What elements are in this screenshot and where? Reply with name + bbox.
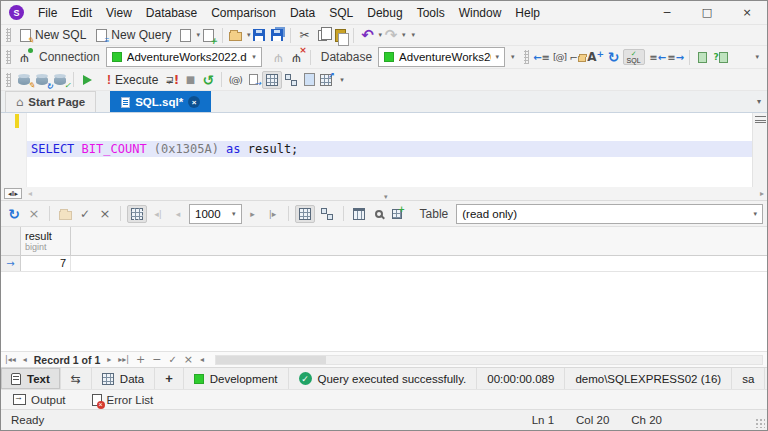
code-area[interactable]: SELECT BIT_COUNT (0x1305A) as result; — [27, 113, 752, 187]
maximize-button[interactable]: □ — [687, 1, 727, 24]
append-record-icon[interactable]: + — [136, 353, 145, 366]
menu-item-tools[interactable]: Tools — [411, 3, 451, 23]
reconnect-icon[interactable] — [33, 71, 51, 89]
code-completion-icon[interactable]: A+ — [587, 48, 605, 66]
tab-close-icon[interactable]: × — [188, 96, 200, 108]
menu-item-debug[interactable]: Debug — [361, 3, 408, 23]
result-to-image-icon[interactable] — [300, 71, 318, 89]
post-edit-icon[interactable]: ✓ — [168, 354, 176, 365]
connection-select[interactable]: AdventureWorks2022.demo ▾ — [106, 47, 262, 67]
reject-changes-icon[interactable]: × — [96, 205, 114, 223]
close-connection-icon[interactable]: Ψ — [288, 48, 306, 66]
swap-views-button[interactable]: ⇆ — [61, 368, 92, 389]
edit-parameters-icon[interactable]: (@) — [226, 71, 244, 89]
column-visibility-icon[interactable] — [350, 205, 368, 223]
split-results-icon[interactable] — [282, 71, 300, 89]
edit-toolbar-overflow-icon[interactable]: ▾ — [755, 53, 759, 61]
grid-data-row[interactable]: → 7 — [1, 256, 767, 272]
card-view-toggle[interactable] — [317, 205, 337, 223]
comment-icon[interactable] — [694, 48, 712, 66]
table-mode-dropdown-icon[interactable]: ▾ — [753, 210, 757, 218]
page-size-dropdown-icon[interactable]: ▾ — [232, 210, 236, 218]
refresh-icon[interactable]: ↻ — [605, 48, 623, 66]
menu-item-file[interactable]: File — [32, 3, 63, 23]
disconnect-icon[interactable]: Ψ — [270, 48, 288, 66]
redo-dropdown-icon[interactable]: ▾ — [402, 31, 406, 39]
grid-scroll-left-icon[interactable]: ◂ — [200, 355, 204, 364]
menu-item-data[interactable]: Data — [284, 3, 321, 23]
menu-item-comparison[interactable]: Comparison — [205, 3, 282, 23]
bookmark-icon[interactable]: ⌐ — [569, 48, 587, 66]
editor-splitter-handle[interactable] — [755, 116, 766, 123]
apply-changes-icon[interactable] — [56, 205, 74, 223]
connection-select-dropdown-icon[interactable]: ▾ — [252, 53, 256, 61]
menu-item-sql[interactable]: SQL — [323, 3, 359, 23]
save-icon[interactable] — [250, 26, 268, 44]
new-connection-plug-icon[interactable]: Ψ — [15, 48, 33, 66]
next-record-icon[interactable]: ▸ — [107, 355, 111, 364]
open-file-icon[interactable] — [227, 26, 245, 44]
redo-icon[interactable]: ↷ — [382, 26, 400, 44]
execute-toolbar-overflow-icon[interactable]: ▾ — [340, 76, 344, 84]
menu-item-database[interactable]: Database — [140, 3, 203, 23]
menu-item-help[interactable]: Help — [509, 3, 546, 23]
editor-horizontal-scrollbar[interactable]: ◂‖▸ ◂ ▾ ▸ — [1, 187, 767, 201]
cut-icon[interactable]: ✂ — [295, 26, 313, 44]
scroll-right-icon[interactable]: ▸ — [760, 189, 764, 198]
run-icon[interactable] — [78, 71, 96, 89]
menu-item-view[interactable]: View — [100, 3, 138, 23]
last-page-icon[interactable]: |▸ — [264, 205, 282, 223]
code-line-1[interactable]: SELECT BIT_COUNT (0x1305A) as result; — [27, 141, 752, 157]
grid-view-toggle[interactable] — [295, 205, 315, 223]
previous-record-icon[interactable]: ◂ — [23, 355, 27, 364]
grid-cell-result[interactable]: 7 — [21, 256, 71, 271]
cancel-refresh-icon[interactable]: × — [25, 205, 43, 223]
paste-icon[interactable] — [331, 26, 349, 44]
minimize-button[interactable]: ─ — [647, 1, 687, 24]
database-select-dropdown-icon[interactable]: ▾ — [496, 53, 500, 61]
tab-list-dropdown-icon[interactable]: ▾ — [757, 97, 761, 106]
uncomment-icon[interactable]: ? — [712, 48, 730, 66]
add-view-button[interactable]: + — [155, 368, 184, 389]
toolbar-grip[interactable] — [524, 50, 529, 64]
tab-sql-document[interactable]: SQL.sql* × — [110, 91, 211, 112]
refresh-results-icon[interactable]: ↻ — [5, 205, 23, 223]
paging-mode-toggle[interactable] — [127, 205, 147, 223]
grid-column-header-result[interactable]: result bigint — [21, 227, 71, 255]
tab-start-page[interactable]: ⌂ Start Page — [5, 91, 96, 112]
editor-split-view-icon[interactable]: ◂‖▸ — [4, 188, 22, 199]
undo-icon[interactable]: ↶ — [358, 26, 376, 44]
pivot-table-icon[interactable]: ↗ — [318, 71, 336, 89]
menu-item-edit[interactable]: Edit — [65, 3, 98, 23]
outdent-icon[interactable]: ≡← — [649, 48, 667, 66]
toolbar-grip[interactable] — [6, 50, 11, 64]
toolbar-grip[interactable] — [6, 28, 11, 42]
tab-data-view[interactable]: Data — [92, 368, 155, 389]
grid-options-icon[interactable]: + — [390, 205, 408, 223]
commit-connection-icon[interactable] — [51, 71, 69, 89]
execute-script-icon[interactable]: ⋥! — [163, 71, 181, 89]
menu-item-window[interactable]: Window — [453, 3, 508, 23]
grid-horizontal-scrollbar[interactable] — [215, 355, 763, 365]
next-page-icon[interactable]: ▸ — [244, 205, 262, 223]
tab-text-view[interactable]: Text — [1, 368, 61, 389]
tab-output[interactable]: Output — [13, 394, 66, 406]
scrollbar-thumb[interactable] — [216, 356, 326, 364]
resize-grip[interactable] — [755, 418, 765, 428]
database-toolbar-overflow-icon[interactable]: ▾ — [511, 53, 515, 61]
results-collapse-icon[interactable]: ▾ — [384, 193, 388, 201]
sql-editor[interactable]: SELECT BIT_COUNT (0x1305A) as result; — [1, 113, 767, 187]
environment-category[interactable]: Development — [184, 368, 289, 389]
indent-icon[interactable]: ≡→ — [667, 48, 685, 66]
last-record-icon[interactable]: ▸▸| — [118, 355, 129, 364]
toolbar-overflow-icon[interactable]: ▾ — [411, 31, 415, 39]
cancel-edit-icon[interactable]: × — [184, 353, 193, 366]
save-all-icon[interactable] — [268, 26, 286, 44]
new-sql-button[interactable]: New SQL — [15, 25, 91, 45]
navigate-to-icon[interactable]: ←≡ — [533, 48, 551, 66]
tab-error-list[interactable]: Error List — [92, 394, 154, 406]
first-page-icon[interactable]: ◂| — [149, 205, 167, 223]
toolbar-grip[interactable] — [6, 73, 11, 87]
parameters-icon[interactable]: [@] — [551, 48, 569, 66]
edit-connection-icon[interactable] — [15, 71, 33, 89]
